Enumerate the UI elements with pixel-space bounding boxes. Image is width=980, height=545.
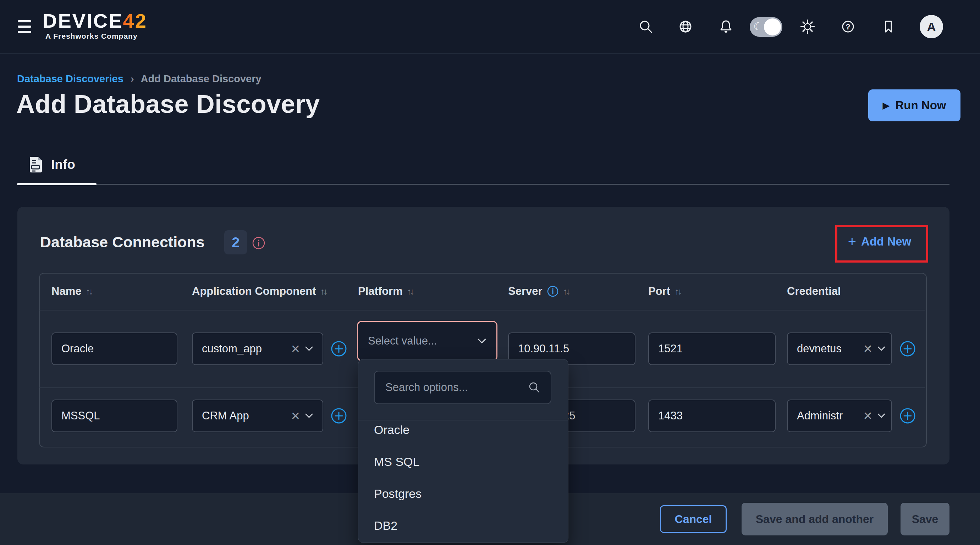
selected-value: devnetus: [797, 342, 861, 355]
row2-name-input[interactable]: MSSQL: [51, 399, 177, 432]
device42-logo[interactable]: DEVICE42 A Freshworks Company: [43, 11, 147, 40]
sort-icon[interactable]: ↑↓: [563, 286, 569, 297]
clear-icon[interactable]: ×: [863, 408, 872, 423]
toggle-knob: [764, 19, 781, 35]
table-header-divider: [39, 310, 925, 310]
row2-port-input[interactable]: 1433: [648, 399, 776, 432]
dropdown-option-oracle[interactable]: Oracle: [374, 419, 551, 440]
row1-platform-select[interactable]: Select value...: [357, 321, 498, 361]
selected-value: custom_app: [202, 342, 288, 355]
row2-add-credential-button[interactable]: [899, 408, 916, 424]
bookmark-icon[interactable]: [881, 19, 896, 34]
chevron-down-icon[interactable]: [877, 346, 886, 352]
column-header-platform[interactable]: Platform ↑↓: [358, 285, 413, 298]
column-header-port[interactable]: Port ↑↓: [648, 285, 681, 298]
logo-tagline: A Freshworks Company: [45, 32, 147, 40]
breadcrumb-current: Add Database Discovery: [141, 73, 261, 84]
selected-value: Administr: [797, 410, 861, 422]
clear-icon[interactable]: ×: [291, 408, 300, 423]
tabbar-divider: [17, 184, 950, 185]
row2-application-component-select[interactable]: CRM App ×: [192, 399, 323, 432]
row1-add-application-component-button[interactable]: [331, 341, 347, 357]
dark-mode-toggle[interactable]: ☾: [750, 17, 783, 37]
avatar-initial: A: [927, 20, 936, 34]
column-header-credential: Credential: [787, 285, 841, 298]
platform-dropdown-panel: Oracle MS SQL Postgres DB2: [358, 359, 568, 543]
logo-device: DEVICE: [43, 10, 123, 32]
connection-count-badge: 2: [224, 230, 247, 254]
user-avatar[interactable]: A: [920, 15, 943, 38]
row2-credential-select[interactable]: Administr ×: [787, 399, 892, 432]
clear-icon[interactable]: ×: [863, 341, 872, 356]
column-label: Credential: [787, 285, 841, 298]
help-icon[interactable]: ?: [840, 19, 856, 34]
tab-info-label: Info: [51, 157, 75, 172]
row2-add-application-component-button[interactable]: [331, 408, 347, 424]
sort-icon[interactable]: ↑↓: [675, 286, 681, 297]
logo-text: DEVICE42: [43, 11, 147, 31]
document-icon: [29, 156, 44, 173]
hamburger-menu-icon[interactable]: [18, 20, 31, 33]
column-label: Name: [51, 285, 81, 298]
server-info-icon[interactable]: [547, 285, 559, 297]
cancel-button[interactable]: Cancel: [660, 505, 727, 533]
breadcrumb: Database Discoveries › Add Database Disc…: [17, 73, 261, 85]
logo-42: 42: [123, 10, 147, 32]
chevron-down-icon[interactable]: [305, 413, 313, 419]
tab-info[interactable]: Info: [29, 156, 75, 173]
top-header: DEVICE42 A Freshworks Company ☾ ? A: [0, 0, 980, 54]
run-now-label: Run Now: [896, 99, 946, 112]
breadcrumb-parent-link[interactable]: Database Discoveries: [17, 73, 124, 84]
row1-add-credential-button[interactable]: [899, 341, 916, 357]
column-header-application-component[interactable]: Application Component ↑↓: [192, 285, 326, 298]
selected-value: CRM App: [202, 410, 288, 422]
annotation-highlight-box: [835, 225, 928, 262]
dropdown-option-postgres[interactable]: Postgres: [374, 483, 551, 504]
column-label: Port: [648, 285, 670, 298]
row1-port-input[interactable]: 1521: [648, 332, 776, 365]
settings-gear-icon[interactable]: [800, 19, 815, 34]
search-icon[interactable]: [638, 19, 654, 34]
row1-credential-select[interactable]: devnetus ×: [787, 332, 892, 365]
play-icon: ▶: [883, 100, 890, 111]
moon-icon: ☾: [753, 20, 763, 33]
dropdown-search-box[interactable]: [374, 371, 551, 404]
page-title: Add Database Discovery: [16, 89, 320, 119]
sort-icon[interactable]: ↑↓: [86, 286, 92, 297]
notifications-bell-icon[interactable]: [718, 19, 734, 34]
globe-icon[interactable]: [678, 19, 693, 34]
chevron-down-icon[interactable]: [477, 338, 487, 344]
dropdown-search-input[interactable]: [385, 381, 528, 394]
section-title: Database Connections: [40, 234, 205, 251]
save-button[interactable]: Save: [900, 503, 950, 535]
clear-icon[interactable]: ×: [291, 341, 300, 356]
column-label: Server: [508, 285, 542, 298]
row1-application-component-select[interactable]: custom_app ×: [192, 332, 323, 365]
svg-text:?: ?: [846, 22, 850, 31]
sort-icon[interactable]: ↑↓: [407, 286, 413, 297]
section-info-icon[interactable]: [252, 236, 266, 250]
column-header-server[interactable]: Server ↑↓: [508, 285, 569, 298]
dropdown-option-ms-sql[interactable]: MS SQL: [374, 451, 551, 472]
app-root: DEVICE42 A Freshworks Company ☾ ? A Data…: [0, 0, 980, 545]
search-icon: [528, 381, 541, 394]
save-and-add-another-button[interactable]: Save and add another: [741, 503, 888, 535]
sort-icon[interactable]: ↑↓: [320, 286, 326, 297]
column-header-name[interactable]: Name ↑↓: [51, 285, 92, 298]
chevron-down-icon[interactable]: [305, 346, 313, 352]
breadcrumb-separator: ›: [130, 73, 134, 84]
platform-placeholder: Select value...: [368, 335, 477, 347]
column-label: Platform: [358, 285, 403, 298]
chevron-down-icon[interactable]: [877, 413, 886, 419]
row1-name-input[interactable]: Oracle: [51, 332, 177, 365]
run-now-button[interactable]: ▶ Run Now: [868, 89, 961, 121]
column-label: Application Component: [192, 285, 316, 298]
active-tab-indicator: [17, 183, 97, 185]
dropdown-option-db2[interactable]: DB2: [374, 515, 551, 536]
